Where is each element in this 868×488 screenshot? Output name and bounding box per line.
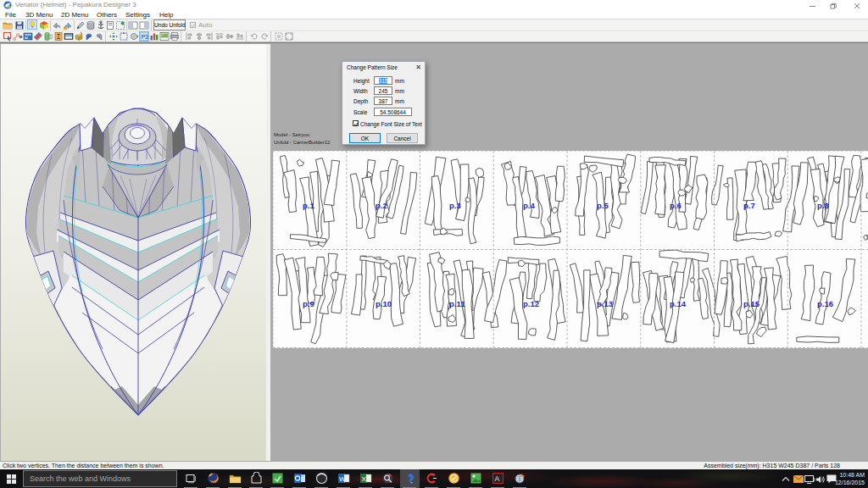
svg-text:p.4: p.4 <box>523 201 535 210</box>
svg-text:X: X <box>361 475 366 483</box>
svg-text:p.8: p.8 <box>817 201 829 210</box>
svg-text:p.5: p.5 <box>597 201 609 210</box>
svg-text:p.6: p.6 <box>670 201 682 210</box>
svg-text:p.3: p.3 <box>449 201 461 210</box>
svg-text:A: A <box>494 474 499 483</box>
svg-text:p.7: p.7 <box>743 201 755 210</box>
svg-text:p.2: p.2 <box>376 201 387 210</box>
svg-text:p.15: p.15 <box>743 299 760 308</box>
svg-text:p.9: p.9 <box>303 299 314 308</box>
svg-text:p.13: p.13 <box>597 299 613 308</box>
svg-text:p.10: p.10 <box>376 299 392 308</box>
svg-text:p.16: p.16 <box>817 299 833 308</box>
svg-text:p.11: p.11 <box>449 299 465 308</box>
svg-text:p.14: p.14 <box>670 299 687 308</box>
svg-text:W: W <box>339 475 346 483</box>
svg-text:p.12: p.12 <box>523 299 539 308</box>
svg-text:p.1: p.1 <box>303 201 314 210</box>
svg-text:P3: P3 <box>142 34 148 40</box>
